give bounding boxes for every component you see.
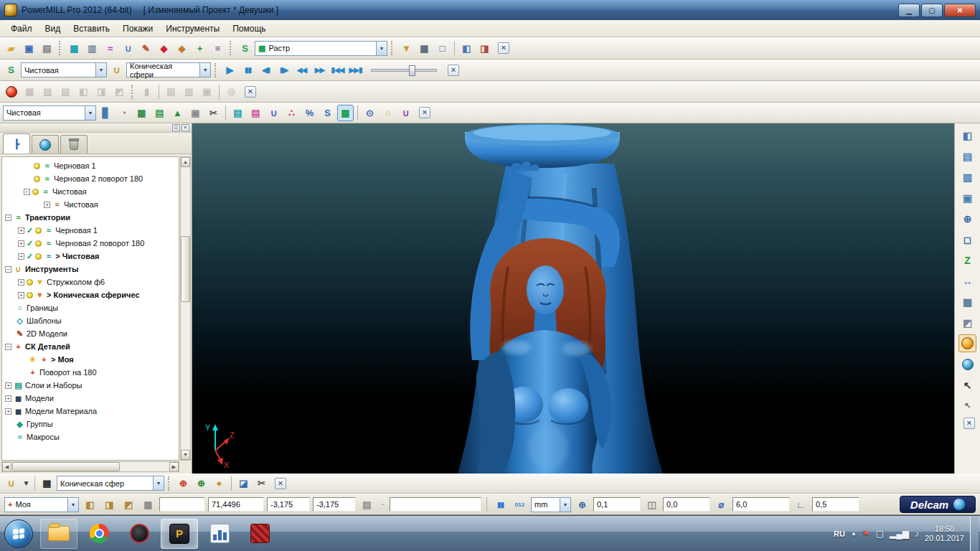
visibility-bulb-icon[interactable]	[35, 240, 42, 247]
monitor-icon[interactable]	[434, 40, 451, 57]
settings-calc-icon[interactable]	[133, 105, 150, 121]
calculator-icon[interactable]	[416, 40, 433, 57]
tab-recycle-bin[interactable]	[60, 135, 88, 154]
tree-item-active-tool[interactable]: +> Коническая сферичес	[2, 288, 179, 301]
search-forward-icon[interactable]	[311, 62, 328, 78]
erase-tool-icon[interactable]	[235, 475, 252, 491]
tab-web[interactable]	[32, 135, 59, 154]
thickness-field[interactable]: 0,0	[663, 497, 710, 512]
show-hidden-icons[interactable]: ▲	[851, 530, 857, 537]
zoom-fit-icon[interactable]	[958, 272, 976, 290]
scrollbar-thumb[interactable]	[12, 462, 120, 471]
tree-expander[interactable]: +	[5, 382, 11, 389]
radial-strategy-icon[interactable]	[248, 105, 264, 121]
cursor-icon[interactable]	[958, 376, 976, 394]
toolbar-close-icon[interactable]: ✕	[275, 478, 286, 489]
toolbar-close-icon[interactable]: ✕	[448, 65, 459, 76]
zoom-in-icon[interactable]	[958, 209, 976, 227]
chevron-down-icon[interactable]: ▼	[95, 63, 106, 77]
play-icon[interactable]	[222, 62, 238, 78]
tree-category-groups[interactable]: Группы	[2, 418, 179, 430]
stock-model-icon[interactable]	[84, 40, 100, 57]
chevron-down-icon[interactable]: ▼	[85, 106, 95, 120]
tool-at-end-icon[interactable]	[193, 475, 209, 491]
chevron-down-icon[interactable]: ▼	[199, 63, 210, 77]
park-icon[interactable]	[169, 105, 186, 121]
chevron-down-icon[interactable]: ▼	[153, 476, 164, 490]
tree-item[interactable]: +Стружколом ф6	[2, 276, 179, 288]
toolbar-drag-handle[interactable]	[230, 41, 233, 55]
taskbar-powermill-button[interactable]: P	[161, 519, 198, 549]
viewmill-snapshot-icon[interactable]	[163, 83, 179, 100]
step-forward-icon[interactable]	[275, 62, 292, 78]
tree-horizontal-scrollbar[interactable]: ◀ ▶	[1, 461, 179, 472]
model-3d-render[interactable]	[192, 123, 954, 474]
taskbar-pattern-button[interactable]	[241, 519, 278, 549]
refresh-view-icon[interactable]	[958, 147, 976, 165]
viewmill-plain-shade-icon[interactable]	[39, 83, 56, 100]
multicolour-shade-icon[interactable]	[958, 314, 976, 331]
scroll-up-icon[interactable]: ▲	[181, 157, 190, 167]
visibility-bulb-icon[interactable]	[34, 163, 40, 169]
simulate-toolpath-icon[interactable]	[3, 62, 19, 78]
tree-item[interactable]: Поворот на 180	[2, 366, 179, 379]
drilling-strategy-icon[interactable]	[283, 105, 300, 121]
iso-view-icon[interactable]	[958, 189, 976, 207]
scroll-right-icon[interactable]: ▶	[169, 462, 179, 472]
visibility-bulb-icon[interactable]	[34, 176, 40, 182]
shaded-view-icon[interactable]	[958, 334, 976, 352]
block-view-icon[interactable]	[958, 293, 976, 311]
start-button[interactable]	[4, 519, 33, 548]
visibility-bulb-icon[interactable]	[35, 227, 42, 234]
tree-expander[interactable]: +	[5, 395, 11, 402]
taskbar-chrome-button[interactable]	[80, 519, 118, 549]
tool-menu-chevron-icon[interactable]	[21, 475, 31, 491]
taskbar-clock[interactable]: 18:50 20.01.2017	[925, 524, 964, 543]
tree-category-patterns[interactable]: Шаблоны	[2, 314, 179, 327]
tool-holder-icon[interactable]	[39, 475, 55, 491]
tree-item[interactable]: +Чистовая	[2, 198, 179, 211]
tree-item-active-workplane[interactable]: > Моя	[2, 353, 179, 366]
menu-display[interactable]: Покажи	[116, 22, 159, 36]
volume-tray-icon[interactable]: ♪	[915, 529, 919, 539]
toolbar-drag-handle[interactable]	[59, 41, 62, 55]
visibility-bulb-icon[interactable]	[27, 292, 33, 298]
save-project-icon[interactable]	[21, 40, 37, 57]
tree-expander[interactable]: −	[5, 266, 11, 273]
snap-grid-icon[interactable]	[140, 496, 156, 513]
language-indicator[interactable]: RU	[834, 529, 845, 538]
block-icon[interactable]	[66, 40, 83, 57]
menu-insert[interactable]: Вставить	[67, 22, 116, 36]
tree-category-levels[interactable]: +Слои и Наборы	[2, 379, 179, 392]
workplane-combo[interactable]: + Моя ▼	[4, 497, 79, 512]
taskbar-explorer-button[interactable]	[40, 519, 77, 549]
pin-icon[interactable]	[378, 496, 387, 513]
tree-category-tools[interactable]: −Инструменты	[2, 263, 179, 276]
toolbar-drag-handle[interactable]	[215, 63, 218, 77]
tool-combo[interactable]: Коническая сфер ▼	[57, 476, 164, 491]
viewmill-toggle-icon[interactable]	[6, 86, 17, 98]
resize-view-icon[interactable]	[958, 126, 976, 144]
tool-diameter-field[interactable]: 6,0	[732, 497, 790, 512]
open-project-icon[interactable]	[3, 40, 19, 57]
go-to-end-icon[interactable]	[347, 62, 364, 78]
active-tool-icon[interactable]	[3, 475, 19, 491]
tree-expander[interactable]: +	[18, 253, 24, 260]
chevron-down-icon[interactable]: ▼	[67, 498, 78, 512]
tree-expander[interactable]: −	[5, 215, 11, 221]
slider-thumb[interactable]	[409, 65, 415, 76]
setup-sheets-icon[interactable]	[458, 40, 475, 57]
nc-program-combo[interactable]: ▦ Растр ▼	[255, 41, 387, 56]
tool-toggle-icon[interactable]	[397, 105, 414, 121]
machine-tool-icon[interactable]	[476, 40, 493, 57]
tool-strategy-icon[interactable]	[265, 105, 282, 121]
tree-item-active-toolpath[interactable]: +✓> Чистовая	[2, 250, 179, 263]
visibility-bulb-icon[interactable]	[32, 189, 39, 195]
tolerance-field[interactable]: 0,1	[593, 497, 641, 512]
chevron-down-icon[interactable]: ▼	[560, 498, 570, 512]
graphics-viewport[interactable]: Y Z X	[192, 123, 954, 474]
step-back-icon[interactable]	[258, 62, 274, 78]
scrollbar-thumb[interactable]	[181, 236, 190, 302]
tree-expander[interactable]: +	[18, 240, 24, 247]
tab-explorer-tree[interactable]: ┣	[3, 133, 30, 154]
